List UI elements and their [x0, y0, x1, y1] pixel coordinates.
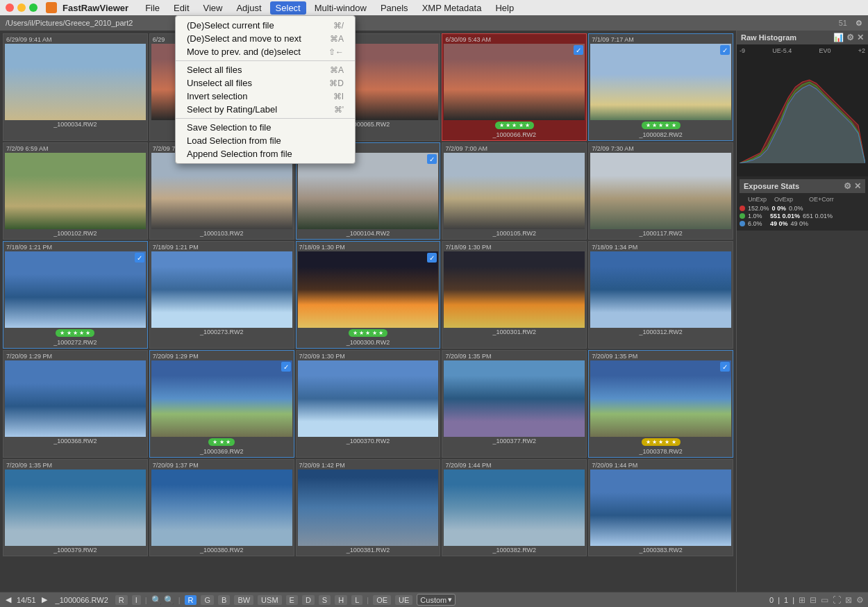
menu-item-0[interactable]: (De)Select current file⌘/ — [176, 19, 355, 32]
menu-item-9[interactable]: Save Selection to file — [176, 121, 355, 134]
menu-item-label: Load Selection from file — [187, 135, 281, 146]
menu-item-shortcut: ⌘I — [333, 92, 344, 101]
menu-item-shortcut: ⌘D — [329, 78, 344, 88]
menu-item-shortcut: ⌘/ — [333, 21, 344, 31]
menu-item-6[interactable]: Invert selection⌘I — [176, 90, 355, 103]
menu-item-shortcut: ⌘A — [330, 65, 344, 75]
menu-divider-3 — [176, 60, 355, 61]
menu-item-label: Unselect all files — [187, 78, 252, 88]
menu-item-10[interactable]: Load Selection from file — [176, 134, 355, 147]
menu-item-4[interactable]: Select all files⌘A — [176, 63, 355, 76]
menu-item-shortcut: ⇧← — [328, 47, 344, 57]
menu-item-5[interactable]: Unselect all files⌘D — [176, 76, 355, 90]
menu-item-7[interactable]: Select by Rating/Label⌘' — [176, 103, 355, 116]
menu-item-label: Invert selection — [187, 91, 247, 101]
menu-item-label: (De)Select current file — [187, 20, 274, 31]
menu-item-label: (De)Select and move to next — [187, 33, 301, 44]
menu-item-label: Select all files — [187, 65, 242, 75]
menu-item-label: Save Selection to file — [187, 122, 271, 133]
menu-item-11[interactable]: Append Selection from file — [176, 147, 355, 160]
menu-item-shortcut: ⌘A — [330, 34, 344, 44]
menu-item-shortcut: ⌘' — [334, 105, 344, 115]
menu-item-label: Move to prev. and (de)select — [187, 47, 301, 57]
select-menu: (De)Select current file⌘/(De)Select and … — [175, 15, 356, 164]
dropdown-overlay[interactable]: (De)Select current file⌘/(De)Select and … — [0, 0, 868, 607]
menu-item-label: Append Selection from file — [187, 149, 292, 159]
menu-divider-8 — [176, 118, 355, 119]
menu-item-1[interactable]: (De)Select and move to next⌘A — [176, 32, 355, 45]
menu-item-label: Select by Rating/Label — [187, 104, 277, 115]
menu-item-2[interactable]: Move to prev. and (de)select⇧← — [176, 45, 355, 58]
